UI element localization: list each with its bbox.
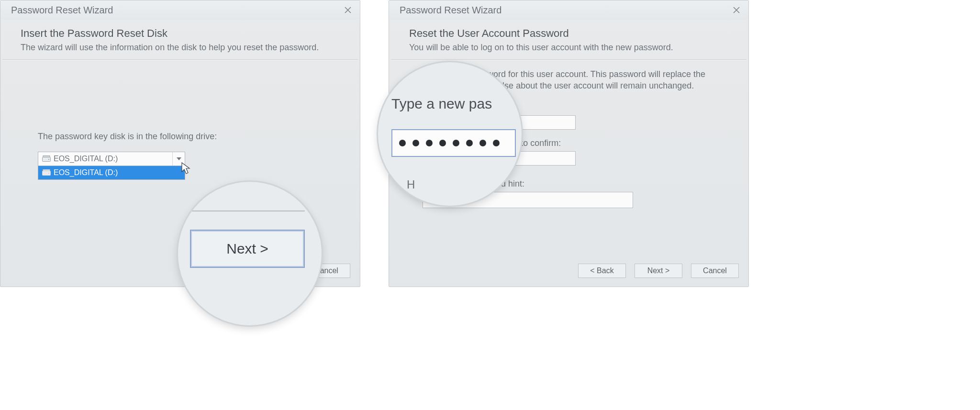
drive-icon [42, 155, 51, 162]
next-button[interactable]: Next > [635, 264, 682, 278]
magnified-next-label: Next > [226, 241, 268, 257]
drive-icon [42, 169, 51, 176]
password-dots [399, 140, 500, 146]
drive-option[interactable]: EOS_DIGITAL (D:) [38, 166, 185, 179]
drive-option-label: EOS_DIGITAL (D:) [54, 168, 118, 177]
wizard-subheading: You will be able to log on to this user … [409, 43, 728, 53]
wizard-button-row: < Back Next > Cancel [578, 264, 739, 278]
magnifier-lens-next: Next > [178, 182, 322, 325]
drive-prompt-label: The password key disk is in the followin… [38, 132, 331, 142]
svg-rect-3 [43, 156, 50, 157]
window-title: Password Reset Wizard [11, 5, 113, 16]
cancel-button[interactable]: Cancel [691, 264, 739, 278]
close-icon[interactable] [343, 5, 353, 15]
magnified-new-password-label: Type a new pas [391, 96, 522, 112]
wizard-header: Reset the User Account Password You will… [389, 20, 748, 59]
back-button[interactable]: < Back [578, 264, 626, 278]
drive-dropdown-list: EOS_DIGITAL (D:) [38, 166, 185, 180]
wizard-subheading: The wizard will use the information on t… [21, 43, 340, 53]
magnifier-lens-password: Type a new pas H [378, 62, 522, 206]
close-icon[interactable] [731, 5, 742, 15]
svg-point-4 [48, 159, 49, 160]
magnified-next-button[interactable]: Next > [190, 230, 305, 268]
titlebar: Password Reset Wizard [389, 0, 748, 20]
svg-rect-6 [43, 170, 50, 171]
wizard-header: Insert the Password Reset Disk The wizar… [0, 20, 360, 59]
drive-selected-label: EOS_DIGITAL (D:) [54, 155, 172, 163]
wizard-heading: Reset the User Account Password [409, 27, 728, 40]
titlebar: Password Reset Wizard [0, 0, 360, 20]
drive-combobox[interactable]: EOS_DIGITAL (D:) [38, 152, 185, 166]
window-title: Password Reset Wizard [400, 5, 501, 16]
wizard-heading: Insert the Password Reset Disk [21, 27, 340, 40]
svg-point-7 [48, 173, 49, 174]
magnified-password-field[interactable] [391, 129, 516, 157]
magnified-hint-partial: H [407, 178, 415, 191]
cursor-icon [181, 162, 192, 176]
